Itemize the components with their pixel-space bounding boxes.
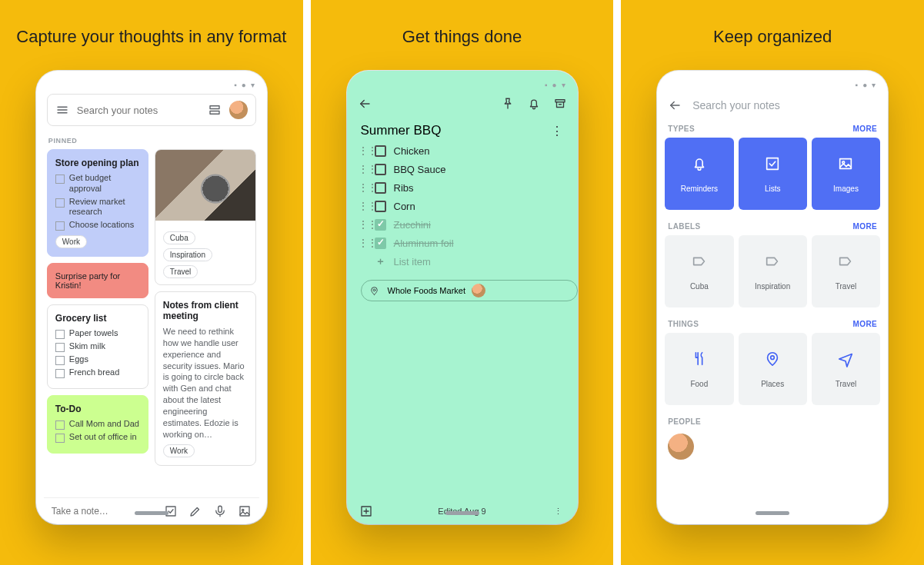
image-icon[interactable] [238, 504, 252, 518]
card-text: Surprise party for Kristin! [55, 271, 120, 290]
more-link[interactable]: MORE [853, 222, 878, 231]
task: Paper towels [55, 328, 140, 339]
task: Call Mom and Dad [55, 419, 140, 430]
headline-1: Capture your thoughts in any format [16, 14, 286, 60]
back-icon[interactable] [358, 97, 372, 111]
menu-icon[interactable] [55, 103, 69, 117]
checkbox-icon [764, 155, 781, 177]
search-bar[interactable]: Search your notes [47, 94, 256, 126]
checkbox-icon[interactable] [375, 219, 386, 231]
pin-icon[interactable] [501, 97, 515, 111]
list-item-done[interactable]: ⋮⋮Aluminum foil [358, 237, 567, 249]
people-avatar[interactable] [668, 434, 694, 460]
location-chip[interactable]: Whole Foods Market [361, 280, 578, 301]
avatar[interactable] [229, 101, 248, 119]
task: Choose locations [55, 220, 140, 231]
food-icon [691, 351, 708, 372]
task: Eggs [55, 354, 140, 365]
pinned-label: PINNED [48, 137, 255, 145]
back-icon[interactable] [668, 98, 682, 112]
list-item[interactable]: ⋮⋮Chicken [358, 145, 567, 157]
task: Review market research [55, 197, 140, 218]
view-toggle-icon[interactable] [208, 103, 222, 117]
note-card-store-plan[interactable]: Store opening plan Get budget approval R… [47, 149, 148, 257]
label-tile-cuba[interactable]: Cuba [665, 235, 733, 307]
thing-tile-places[interactable]: Places [739, 333, 807, 405]
svg-point-21 [771, 355, 775, 359]
more-link[interactable]: MORE [853, 320, 878, 328]
checkbox-icon[interactable] [375, 164, 386, 175]
card-title: Store opening plan [55, 158, 140, 168]
status-indicator: ▪●▾ [234, 81, 255, 89]
list-item[interactable]: ⋮⋮Corn [358, 200, 567, 212]
draw-icon[interactable] [188, 504, 202, 518]
checkbox-icon[interactable] [375, 182, 386, 194]
label-chip: Work [163, 444, 195, 457]
search-header[interactable]: Search your notes [657, 94, 888, 120]
headline-2: Get things done [402, 14, 522, 60]
label-tile-inspiration[interactable]: Inspiration [739, 235, 807, 307]
more-link[interactable]: MORE [853, 125, 878, 133]
thing-tile-travel[interactable]: Travel [812, 333, 880, 405]
list-item-done[interactable]: ⋮⋮Zucchini [358, 218, 567, 231]
section-header-labels: LABELS MORE [657, 218, 888, 235]
panel-get-done: Get things done ▪●▾ Summer BBQ ⋮ ⋮⋮Chick… [311, 0, 614, 565]
card-title: To-Do [55, 404, 140, 414]
svg-rect-4 [210, 111, 219, 115]
location-icon [368, 284, 382, 297]
collaborator-avatar [472, 284, 485, 297]
task: Skim milk [55, 341, 140, 352]
label-chip: Inspiration [163, 248, 212, 261]
mic-icon[interactable] [213, 504, 227, 518]
search-placeholder: Search your notes [77, 105, 200, 116]
svg-rect-7 [240, 507, 249, 516]
checkbox-icon[interactable] [375, 238, 386, 249]
add-list-item[interactable]: ⋮⋮＋List item [358, 255, 567, 268]
svg-point-8 [242, 509, 243, 510]
home-indicator [756, 511, 789, 515]
search-placeholder: Search your notes [692, 99, 780, 111]
type-tile-lists[interactable]: Lists [739, 138, 807, 210]
note-title[interactable]: Summer BBQ [361, 123, 442, 138]
add-box-icon[interactable] [359, 504, 373, 518]
checkbox-icon[interactable] [375, 201, 386, 212]
note-card-surprise[interactable]: Surprise party for Kristin! [47, 263, 148, 298]
bell-icon [691, 155, 708, 177]
thing-tile-food[interactable]: Food [665, 333, 733, 405]
label-icon [691, 253, 708, 274]
home-indicator [135, 511, 168, 515]
note-card-todo[interactable]: To-Do Call Mom and Dad Set out of office… [47, 395, 148, 454]
card-body: We need to rethink how we handle user ex… [163, 326, 248, 440]
label-icon [837, 253, 854, 274]
phone-notes-home: ▪●▾ Search your notes PINNED Store openi… [36, 71, 267, 524]
status-indicator: ▪●▾ [545, 81, 565, 89]
list-item[interactable]: ⋮⋮BBQ Sauce [358, 163, 567, 175]
type-tile-reminders[interactable]: Reminders [665, 138, 733, 210]
section-header-things: THINGS MORE [657, 315, 888, 333]
checkbox-icon[interactable] [375, 145, 386, 157]
section-header-types: TYPES MORE [657, 120, 888, 138]
plus-icon: ＋ [375, 256, 386, 268]
note-card-grocery[interactable]: Grocery list Paper towels Skim milk Eggs… [47, 304, 148, 389]
image-icon [837, 155, 854, 177]
note-card-image[interactable]: Cuba Inspiration Travel [155, 149, 256, 285]
svg-rect-18 [767, 158, 779, 169]
home-indicator [445, 511, 479, 515]
note-card-meeting[interactable]: Notes from client meeting We need to ret… [155, 291, 256, 466]
checklist: ⋮⋮Chicken ⋮⋮BBQ Sauce ⋮⋮Ribs ⋮⋮Corn ⋮⋮Zu… [347, 145, 578, 268]
plane-icon [837, 351, 854, 372]
task: French bread [55, 367, 140, 378]
label-chip: Cuba [163, 231, 195, 244]
list-item[interactable]: ⋮⋮Ribs [358, 181, 567, 194]
headline-3: Keep organized [713, 14, 832, 60]
more-icon[interactable]: ⋮ [550, 124, 564, 138]
more-icon[interactable]: ⋮ [552, 504, 565, 518]
svg-point-13 [373, 289, 375, 291]
archive-icon[interactable] [553, 97, 567, 111]
label-tile-travel[interactable]: Travel [812, 235, 880, 307]
section-header-people: PEOPLE [657, 413, 888, 430]
reminder-icon[interactable] [527, 97, 541, 111]
label-chip: Work [55, 235, 87, 248]
svg-rect-3 [210, 106, 219, 109]
type-tile-images[interactable]: Images [812, 138, 880, 210]
